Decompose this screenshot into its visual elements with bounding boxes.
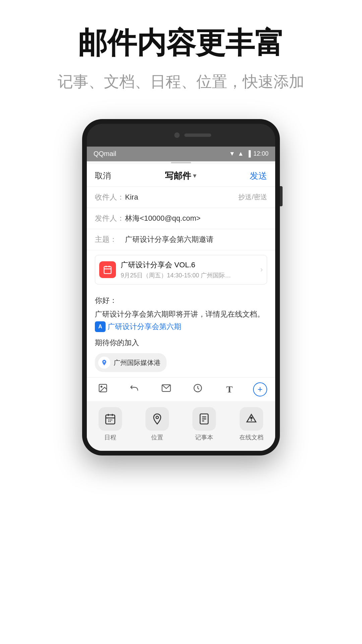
location-icon: [145, 407, 169, 431]
email-compose-screen: 取消 写邮件 ▾ 发送 收件人： Kira 抄送/密送 发件人： 林海<1000…: [87, 164, 275, 451]
schedule-label: 日程: [104, 433, 116, 441]
undo-icon[interactable]: [126, 383, 142, 395]
email-icon[interactable]: [158, 383, 174, 395]
phone-side-button: [280, 186, 283, 206]
calendar-icon: [99, 261, 116, 278]
online-doc-icon: [240, 407, 263, 431]
calendar-info: 广研设计分享会 VOL.6 9月25日（周五）14:30-15:00 广州国际…: [121, 260, 260, 279]
notes-icon: [192, 407, 216, 431]
schedule-icon: [99, 407, 122, 431]
send-button[interactable]: 发送: [250, 170, 267, 182]
app-name-status: QQmail: [94, 150, 116, 158]
calendar-event-title: 广研设计分享会 VOL.6: [121, 260, 260, 270]
svg-point-5: [101, 386, 102, 387]
phone-body: QQmail ▼ ▲ ▐ 12:00 取消 写邮件 ▾ 发送: [82, 119, 280, 455]
battery-icon: ▐: [246, 150, 251, 157]
svg-point-12: [156, 416, 159, 419]
calendar-event-detail: 9月25日（周五）14:30-15:00 广州国际…: [121, 271, 260, 279]
body-greeting: 你好：: [95, 294, 267, 306]
status-bar: QQmail ▼ ▲ ▐ 12:00: [87, 147, 275, 161]
location-name: 广州国际媒体港: [114, 357, 161, 368]
doc-icon: A: [95, 321, 106, 332]
signal-icon: ▲: [238, 150, 244, 157]
cc-bcc-button[interactable]: 抄送/密送: [238, 193, 267, 202]
location-pin-icon: [98, 357, 110, 369]
body-content: 广研设计分享会第六期即将开讲，详情见在线文档。 A 广研设计分享会第六期: [95, 308, 267, 333]
phone-notch: [87, 124, 275, 147]
doc-link-text[interactable]: 广研设计分享会第六期: [108, 321, 181, 332]
compose-action-bar: 取消 写邮件 ▾ 发送: [87, 164, 275, 187]
chevron-down-icon: ▾: [193, 172, 196, 179]
clock-icon[interactable]: [190, 383, 206, 395]
subject-field[interactable]: 主题： 广研设计分享会第六期邀请: [87, 229, 275, 250]
subject-label: 主题：: [95, 234, 125, 245]
from-label: 发件人：: [95, 213, 125, 223]
from-field: 发件人： 林海<10000@qq.com>: [87, 208, 275, 229]
to-value: Kira: [125, 193, 238, 202]
quick-action-notes[interactable]: 记事本: [192, 407, 216, 441]
location-label: 位置: [151, 433, 163, 441]
phone-speaker: [184, 133, 211, 137]
svg-rect-0: [104, 266, 111, 273]
wifi-icon: ▼: [229, 150, 235, 157]
hero-title: 邮件内容更丰富: [20, 27, 342, 59]
quick-action-online-doc[interactable]: 在线文档: [239, 407, 263, 441]
phone-mockup: QQmail ▼ ▲ ▐ 12:00 取消 写邮件 ▾ 发送: [0, 119, 362, 455]
doc-link-inline[interactable]: A 广研设计分享会第六期: [95, 321, 181, 332]
more-options-button[interactable]: +: [253, 382, 267, 396]
subject-value: 广研设计分享会第六期邀请: [125, 234, 267, 245]
calendar-attachment-card[interactable]: 广研设计分享会 VOL.6 9月25日（周五）14:30-15:00 广州国际……: [95, 255, 267, 284]
notes-label: 记事本: [195, 433, 213, 441]
hero-section: 邮件内容更丰富 记事、文档、日程、位置，快速添加: [0, 0, 362, 109]
body-closing: 期待你的加入: [95, 337, 267, 348]
status-right-icons: ▼ ▲ ▐ 12:00: [229, 150, 268, 157]
email-body[interactable]: 你好： 广研设计分享会第六期即将开讲，详情见在线文档。 A 广研设计分享会第六期…: [87, 289, 275, 377]
compose-toolbar: T +: [87, 377, 275, 401]
from-value: 林海<10000@qq.com>: [125, 213, 267, 223]
svg-point-17: [251, 417, 252, 419]
compose-title: 写邮件 ▾: [165, 170, 196, 182]
location-card[interactable]: 广州国际媒体港: [95, 353, 167, 372]
text-format-icon[interactable]: T: [222, 384, 238, 395]
hero-subtitle: 记事、文档、日程、位置，快速添加: [20, 71, 342, 92]
to-field[interactable]: 收件人： Kira 抄送/密送: [87, 187, 275, 208]
phone-camera: [174, 132, 180, 138]
quick-action-schedule[interactable]: 日程: [99, 407, 122, 441]
to-label: 收件人：: [95, 192, 125, 202]
pull-indicator: [171, 162, 191, 163]
online-doc-label: 在线文档: [239, 433, 263, 441]
pull-bar: [87, 161, 275, 164]
quick-actions-bar: 日程 位置: [87, 401, 275, 451]
status-time: 12:00: [253, 150, 268, 157]
quick-action-location[interactable]: 位置: [145, 407, 169, 441]
cancel-button[interactable]: 取消: [95, 170, 111, 181]
card-chevron-icon: ›: [260, 265, 263, 274]
image-icon[interactable]: [95, 383, 111, 395]
